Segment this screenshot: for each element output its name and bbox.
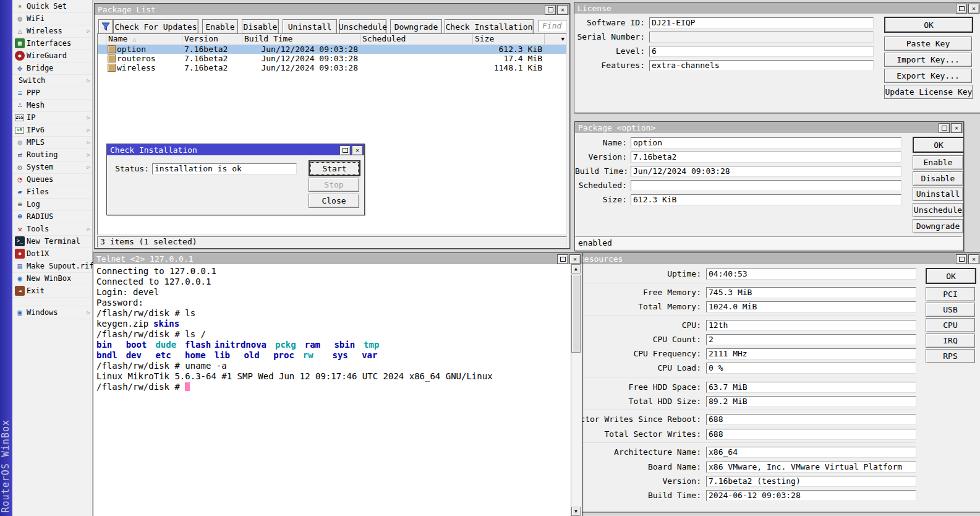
architecture-name-field[interactable]: x86_64: [706, 447, 916, 458]
cpu-count-field[interactable]: 2: [706, 334, 916, 345]
check-for-updates-button[interactable]: Check For Updates: [113, 19, 198, 34]
table-row-routeros[interactable]: routeros 7.16beta2 Jun/12/2024 09:03:28 …: [98, 54, 566, 63]
unschedule-button[interactable]: Unschedule: [339, 19, 386, 34]
serial-number-field[interactable]: [649, 32, 874, 43]
sidebar-item-switch[interactable]: Switch▷: [12, 74, 92, 87]
update-license-key-button[interactable]: Update License Key: [884, 85, 973, 99]
sidebar-item-dot1x[interactable]: ●Dot1X: [12, 247, 92, 260]
terminal-scrollbar[interactable]: ▲ ▼: [571, 264, 581, 516]
column-header-size[interactable]: Size: [473, 34, 545, 44]
irq-button[interactable]: IRQ: [926, 333, 975, 348]
downgrade-button[interactable]: Downgrade: [913, 219, 963, 233]
software-id-field[interactable]: DJ21-EIQP: [649, 17, 874, 28]
package-option-titlebar[interactable]: Package <option> ✕: [575, 122, 963, 133]
build-time-field[interactable]: 2024-06-12 09:03:28: [706, 490, 916, 501]
sidebar-item-ppp[interactable]: ≡PPP: [12, 87, 92, 100]
sidebar-item-make-supout[interactable]: ▤Make Supout.rif: [12, 260, 92, 273]
scrollbar-thumb[interactable]: [571, 275, 581, 353]
ok-button[interactable]: OK: [884, 17, 973, 33]
telnet-titlebar[interactable]: Telnet <2> 127.0.0.1 ✕: [93, 253, 582, 264]
sidebar-item-ipv6[interactable]: v6IPv6▷: [12, 124, 92, 137]
name-field[interactable]: option: [631, 137, 901, 148]
sidebar-item-exit[interactable]: ◄Exit: [12, 285, 92, 298]
ok-button[interactable]: OK: [913, 137, 964, 153]
maximize-button[interactable]: [939, 123, 950, 133]
close-button[interactable]: ✕: [951, 123, 962, 133]
close-button[interactable]: ✕: [352, 145, 363, 155]
maximize-button[interactable]: [545, 5, 556, 15]
cpu-frequency-field[interactable]: 2111 MHz: [706, 348, 916, 359]
sidebar-item-files[interactable]: ▰Files: [12, 186, 92, 199]
usb-button[interactable]: USB: [926, 303, 975, 317]
close-button[interactable]: ✕: [968, 254, 979, 264]
column-header-build-time[interactable]: Build Time: [242, 34, 360, 44]
free-memory-field[interactable]: 745.3 MiB: [706, 287, 916, 298]
sidebar-item-routing[interactable]: ⇄Routing▷: [12, 148, 92, 161]
maximize-button[interactable]: [956, 4, 967, 14]
close-button[interactable]: Close: [309, 194, 359, 208]
header-spacer[interactable]: [98, 34, 106, 44]
sidebar-item-mesh[interactable]: ∴Mesh: [12, 99, 92, 112]
scheduled-field[interactable]: [631, 180, 901, 191]
uninstall-button[interactable]: Uninstall: [913, 187, 963, 201]
downgrade-button[interactable]: Downgrade: [390, 19, 442, 34]
filter-button[interactable]: [98, 19, 113, 34]
scroll-up-button[interactable]: ▲: [571, 264, 581, 273]
check-installation-button[interactable]: Check Installation: [445, 19, 534, 34]
sidebar-item-radius[interactable]: ☻RADIUS: [12, 210, 92, 223]
version-field[interactable]: 7.16beta2: [631, 152, 901, 163]
sidebar-item-wireguard[interactable]: ✱WireGuard: [12, 49, 92, 62]
version-field[interactable]: 7.16beta2 (testing): [706, 476, 916, 487]
sidebar-item-wireless[interactable]: △Wireless▷: [12, 25, 92, 38]
import-key-button[interactable]: Import Key...: [884, 53, 972, 67]
column-header-version[interactable]: Version: [182, 34, 242, 44]
table-row-wireless[interactable]: wireless 7.16beta2 Jun/12/2024 09:03:28 …: [98, 63, 566, 72]
sidebar-item-windows[interactable]: ▣Windows▷: [12, 306, 92, 319]
resources-titlebar[interactable]: Resources ✕: [578, 253, 980, 264]
sidebar-item-interfaces[interactable]: ▦Interfaces: [12, 37, 92, 50]
table-row-option[interactable]: option 7.16beta2 Jun/12/2024 09:03:28 61…: [98, 45, 566, 54]
sector-writes-since-reboot-field[interactable]: 688: [706, 414, 916, 425]
maximize-button[interactable]: [956, 254, 967, 264]
stop-button[interactable]: Stop: [309, 178, 359, 192]
check-installation-titlebar[interactable]: Check Installation ✕: [107, 144, 364, 155]
status-field[interactable]: installation is ok: [152, 163, 297, 174]
column-header-name[interactable]: Name △: [106, 34, 182, 44]
export-key-button[interactable]: Export Key...: [884, 69, 972, 83]
sidebar-item-bridge[interactable]: ✥Bridge: [12, 62, 92, 75]
start-button[interactable]: Start: [309, 160, 360, 176]
sidebar-item-tools[interactable]: ⚒Tools▷: [12, 223, 92, 236]
close-button[interactable]: ✕: [968, 4, 979, 14]
disable-button[interactable]: Disable: [242, 19, 279, 34]
uptime-field[interactable]: 04:40:53: [706, 269, 916, 280]
total-hdd-size-field[interactable]: 89.2 MiB: [706, 396, 916, 407]
close-button[interactable]: ✕: [569, 254, 581, 264]
pci-button[interactable]: PCI: [926, 287, 975, 301]
sidebar-item-quick-set[interactable]: ✶Quick Set: [12, 0, 92, 13]
maximize-button[interactable]: [339, 145, 351, 155]
column-header-scheduled[interactable]: Scheduled: [360, 34, 473, 44]
sidebar-item-log[interactable]: ≡Log: [12, 198, 92, 211]
column-chooser-dropdown[interactable]: ▼: [545, 34, 566, 44]
sidebar-item-ip[interactable]: 255IP▷: [12, 111, 92, 124]
sidebar-item-new-winbox[interactable]: ◉New WinBox: [12, 272, 92, 285]
terminal-area[interactable]: Connecting to 127.0.0.1 Connected to 127…: [93, 264, 571, 516]
board-name-field[interactable]: x86 VMware, Inc. VMware Virtual Platform: [706, 462, 916, 473]
cpu-button[interactable]: CPU: [926, 318, 975, 332]
sidebar-item-mpls[interactable]: ◍MPLS▷: [12, 136, 92, 149]
features-field[interactable]: extra-channels: [649, 60, 874, 71]
enable-button[interactable]: Enable: [202, 19, 238, 34]
rps-button[interactable]: RPS: [926, 349, 975, 363]
license-titlebar[interactable]: License ✕: [574, 2, 980, 14]
enable-button[interactable]: Enable: [913, 155, 963, 170]
scroll-down-button[interactable]: ▼: [571, 507, 581, 516]
uninstall-button[interactable]: Uninstall: [283, 19, 337, 34]
ok-button[interactable]: OK: [926, 268, 976, 284]
build-time-field[interactable]: Jun/12/2024 09:03:28: [631, 166, 901, 177]
unschedule-button[interactable]: Unschedule: [913, 203, 963, 217]
total-memory-field[interactable]: 1024.0 MiB: [706, 301, 916, 312]
size-field[interactable]: 612.3 KiB: [631, 194, 901, 205]
maximize-button[interactable]: [557, 254, 568, 264]
paste-key-button[interactable]: Paste Key: [884, 37, 972, 51]
sidebar-item-new-terminal[interactable]: >_New Terminal: [12, 235, 92, 248]
